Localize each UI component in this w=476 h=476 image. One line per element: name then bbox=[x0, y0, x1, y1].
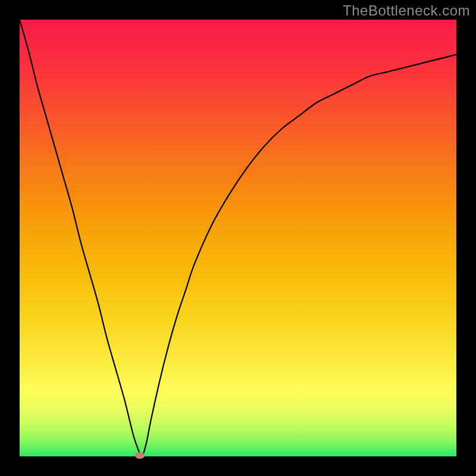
minimum-marker bbox=[135, 452, 145, 459]
chart-svg bbox=[20, 20, 456, 456]
chart-frame: TheBottleneck.com bbox=[0, 0, 476, 476]
watermark-text: TheBottleneck.com bbox=[343, 2, 470, 19]
gradient-bg bbox=[20, 20, 456, 456]
